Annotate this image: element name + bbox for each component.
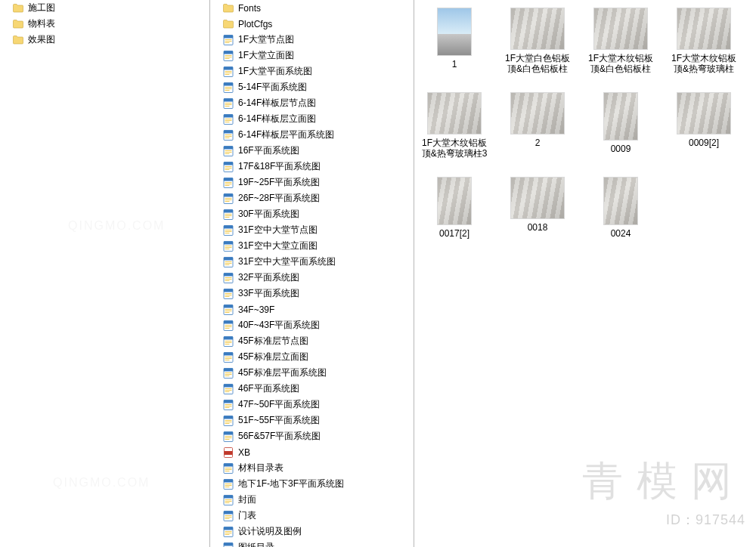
middle-tree-item[interactable]: Fonts (210, 0, 414, 16)
middle-tree-item[interactable]: 图纸目录 (210, 539, 414, 547)
svg-rect-42 (225, 166, 232, 167)
svg-rect-143 (224, 495, 233, 498)
middle-tree-item[interactable]: 26F~28F平面系统图 (210, 190, 414, 206)
svg-rect-122 (225, 420, 232, 421)
svg-rect-104 (225, 360, 230, 360)
middle-tree-item[interactable]: 30F平面系统图 (210, 206, 414, 222)
svg-rect-28 (225, 120, 232, 121)
thumbnail-item[interactable]: 0009[2] (670, 92, 738, 159)
left-tree-item[interactable]: 施工图 (0, 0, 209, 16)
middle-tree-item[interactable]: 33F平面系统图 (210, 286, 414, 301)
item-label: 46F平面系统图 (238, 382, 299, 395)
middle-tree-item[interactable]: 6-14F样板层立面图 (210, 111, 414, 127)
thumbnail-item[interactable]: 0024 (587, 177, 655, 239)
middle-tree-item[interactable]: 46F平面系统图 (210, 381, 414, 397)
dwg-file-icon (222, 542, 234, 548)
item-label: 30F平面系统图 (238, 208, 299, 221)
item-label: 物料表 (28, 17, 55, 30)
thumbnail-panel: 11F大堂白色铝板顶&白色铝板柱1F大堂木纹铝板顶&白色铝板柱1F大堂木纹铝板顶… (414, 0, 756, 547)
thumbnail-item[interactable]: 0009 (587, 92, 655, 159)
svg-rect-82 (225, 293, 232, 294)
middle-tree-item[interactable]: XB (210, 444, 414, 460)
item-label: 1F大堂节点图 (238, 33, 294, 46)
middle-tree-item[interactable]: 1F大堂立面图 (210, 48, 414, 63)
svg-rect-3 (225, 41, 232, 42)
svg-rect-36 (224, 146, 233, 149)
middle-tree-item[interactable]: 16F平面系统图 (210, 143, 414, 159)
svg-rect-18 (225, 88, 232, 89)
dwg-file-icon (222, 478, 234, 490)
middle-tree-item[interactable]: 1F大堂节点图 (210, 32, 414, 48)
middle-tree-item[interactable]: 56F&57F平面系统图 (210, 428, 414, 444)
middle-tree-item[interactable]: 19F~25F平面系统图 (210, 175, 414, 190)
svg-rect-83 (225, 295, 232, 295)
thumbnail-item[interactable]: 1F大堂白色铝板顶&白色铝板柱 (503, 8, 572, 74)
middle-tree-item[interactable]: 材料目录表 (210, 460, 414, 476)
middle-tree-item[interactable]: PlotCfgs (210, 16, 414, 32)
svg-rect-29 (225, 122, 230, 122)
thumbnail-item[interactable]: 1F大堂木纹铝板顶&热弯玻璃柱 (670, 8, 738, 74)
thumbnail-item[interactable]: 0018 (503, 177, 572, 239)
dwg-file-icon (222, 240, 234, 252)
middle-tree-item[interactable]: 6-14F样板层平面系统图 (210, 127, 414, 143)
item-label: 1F大堂平面系统图 (238, 65, 312, 78)
middle-tree-item[interactable]: 31F空中大堂立面图 (210, 238, 414, 254)
dwg-file-icon (222, 510, 234, 522)
thumbnail-item[interactable]: 2 (503, 92, 572, 159)
item-label: PlotCfgs (238, 19, 272, 29)
svg-rect-145 (225, 501, 232, 502)
svg-rect-135 (225, 469, 232, 470)
middle-tree-item[interactable]: 34F~39F (210, 301, 414, 317)
svg-rect-64 (225, 233, 230, 233)
svg-rect-116 (224, 400, 233, 403)
thumbnail-label: 0009 (611, 144, 631, 154)
svg-rect-24 (225, 106, 230, 107)
thumbnail-item[interactable]: 1 (420, 8, 488, 74)
svg-rect-6 (224, 51, 233, 54)
left-tree-item[interactable]: 效果图 (0, 32, 209, 48)
middle-tree-item[interactable]: 40F~43F平面系统图 (210, 317, 414, 333)
svg-rect-136 (225, 471, 230, 471)
middle-tree-item[interactable]: 17F&18F平面系统图 (210, 159, 414, 175)
middle-tree-item[interactable]: 45F标准层立面图 (210, 349, 414, 365)
middle-tree-item[interactable]: 45F标准层平面系统图 (210, 365, 414, 381)
middle-tree-item[interactable]: 51F~55F平面系统图 (210, 413, 414, 428)
svg-rect-73 (225, 263, 232, 264)
thumbnail-item[interactable]: 1F大堂木纹铝板顶&热弯玻璃柱3 (420, 92, 488, 159)
dwg-file-icon (222, 256, 234, 268)
thumbnail-label: 0009[2] (689, 138, 719, 148)
svg-rect-139 (225, 484, 232, 484)
middle-tree-item[interactable]: 45F标准层节点图 (210, 333, 414, 349)
middle-tree-item[interactable]: 设计说明及图例 (210, 524, 414, 539)
svg-rect-51 (224, 193, 233, 196)
item-label: 设计说明及图例 (238, 525, 302, 538)
middle-tree-item[interactable]: 47F~50F平面系统图 (210, 397, 414, 413)
thumbnail-label: 1F大堂木纹铝板顶&白色铝板柱 (587, 53, 655, 74)
middle-tree-item[interactable]: 31F空中大堂平面系统图 (210, 254, 414, 270)
middle-tree-item[interactable]: 封面 (210, 492, 414, 508)
left-tree-item[interactable]: 物料表 (0, 16, 209, 32)
svg-rect-111 (224, 384, 233, 387)
item-label: 6-14F样板层节点图 (238, 97, 316, 110)
thumbnail-item[interactable]: 1F大堂木纹铝板顶&白色铝板柱 (587, 8, 655, 74)
pdf-file-icon (222, 447, 234, 459)
svg-rect-129 (225, 439, 230, 440)
svg-rect-9 (225, 58, 230, 59)
svg-rect-17 (225, 87, 232, 88)
dwg-file-icon (222, 113, 234, 125)
middle-tree-item[interactable]: 32F平面系统图 (210, 270, 414, 286)
middle-tree-item[interactable]: 6-14F样板层节点图 (210, 95, 414, 111)
svg-rect-114 (225, 391, 230, 392)
middle-tree-item[interactable]: 地下1F-地下3F平面系统图 (210, 476, 414, 492)
thumbnail-item[interactable]: 0017[2] (420, 177, 488, 239)
dwg-file-icon (222, 304, 234, 316)
middle-tree-item[interactable]: 1F大堂平面系统图 (210, 63, 414, 79)
thumbnail-image (427, 92, 482, 134)
dwg-file-icon (222, 97, 234, 110)
middle-tree-item[interactable]: 5-14F平面系统图 (210, 79, 414, 95)
item-label: 5-14F平面系统图 (238, 81, 307, 94)
svg-rect-38 (225, 152, 232, 153)
middle-tree-item[interactable]: 31F空中大堂节点图 (210, 222, 414, 238)
middle-tree-item[interactable]: 门表 (210, 508, 414, 524)
svg-rect-108 (225, 374, 232, 375)
